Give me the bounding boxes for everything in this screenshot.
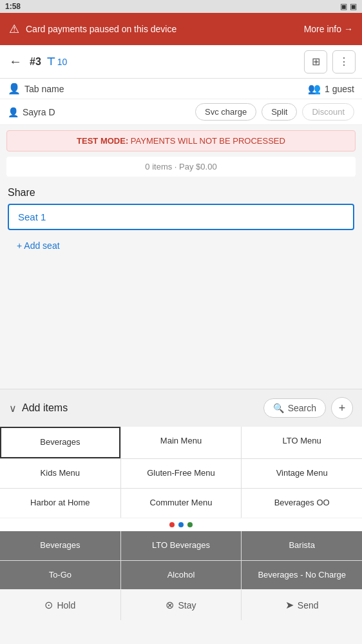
status-time: 1:58 [5, 2, 21, 11]
alert-text: Card payments paused on this device [26, 24, 298, 34]
menu-gluten-free[interactable]: Gluten-Free Menu [121, 459, 242, 488]
guest-row[interactable]: 👥 1 guest [308, 83, 354, 95]
page-dots [0, 518, 362, 531]
send-icon: ➤ [285, 599, 294, 611]
add-seat-label: + Add seat [17, 240, 60, 251]
test-mode-message: PAYMENTS WILL NOT BE PROCESSED [131, 136, 285, 146]
dark-menu-lto-beverages[interactable]: LTO Beverages [121, 531, 242, 560]
dot-1 [169, 522, 175, 527]
dark-menu-grid: Beverages LTO Beverages Barista To-Go Al… [0, 531, 362, 590]
test-mode-banner: TEST MODE: PAYMENTS WILL NOT BE PROCESSE… [6, 130, 356, 151]
share-section: Share Seat 1 + Add seat [0, 179, 362, 260]
status-icons: ▣ ▣ [340, 2, 357, 11]
dark-menu-no-charge[interactable]: Beverages - No Charge [242, 561, 362, 590]
more-button[interactable]: ⋮ [332, 50, 356, 73]
dark-menu-barista[interactable]: Barista [242, 531, 362, 560]
send-label: Send [298, 600, 319, 610]
hold-icon: ⊙ [44, 599, 53, 611]
menu-main-menu[interactable]: Main Menu [121, 427, 242, 458]
table-icon-group: ⊤ 10 [46, 55, 68, 68]
scan-button[interactable]: ⊞ [304, 50, 327, 73]
more-info-link[interactable]: More info → [304, 24, 353, 34]
staff-name-row: 👤 Sayra D [8, 107, 190, 117]
sub-header: 👤 Tab name 👥 1 guest [0, 79, 362, 99]
hold-label: Hold [57, 600, 75, 610]
add-items-header: ∨ Add items 🔍 Search + [0, 389, 362, 427]
dark-menu-beverages[interactable]: Beverages [0, 531, 120, 560]
dark-menu-togo[interactable]: To-Go [0, 561, 120, 590]
hold-button[interactable]: ⊙ Hold [0, 590, 120, 620]
add-seat-button[interactable]: + Add seat [8, 234, 354, 257]
add-button[interactable]: + [331, 397, 353, 419]
table-count: 10 [57, 57, 68, 67]
menu-lto-menu[interactable]: LTO Menu [242, 427, 362, 458]
search-button[interactable]: 🔍 Search [263, 398, 326, 418]
discount-label: Discount [312, 107, 345, 117]
header-actions: ⊞ ⋮ [304, 50, 356, 73]
alert-icon: ⚠ [9, 22, 19, 36]
menu-vintage[interactable]: Vintage Menu [242, 459, 362, 488]
back-button[interactable]: ← [6, 52, 24, 72]
menu-harbor-home[interactable]: Harbor at Home [0, 489, 120, 518]
menu-commuter[interactable]: Commuter Menu [121, 489, 242, 518]
discount-button[interactable]: Discount [302, 103, 354, 121]
menu-category-grid: Beverages Main Menu LTO Menu Kids Menu G… [0, 427, 362, 518]
svc-charge-button[interactable]: Svc charge [195, 103, 256, 121]
send-button[interactable]: ➤ Send [242, 590, 362, 620]
stay-label: Stay [178, 600, 196, 610]
svc-charge-label: Svc charge [205, 107, 247, 117]
menu-kids-menu[interactable]: Kids Menu [0, 459, 120, 488]
more-info-label: More info [304, 24, 341, 34]
seat-item-1[interactable]: Seat 1 [8, 204, 354, 230]
dot-2 [178, 522, 184, 527]
collapse-chevron[interactable]: ∨ [9, 402, 17, 415]
search-label: Search [288, 403, 316, 413]
plus-icon: + [339, 402, 346, 415]
pay-row: 0 items · Pay $0.00 [6, 157, 356, 177]
staff-icon: 👤 [8, 107, 19, 117]
tab-name-row[interactable]: 👤 Tab name [8, 83, 64, 95]
pay-text: 0 items · Pay $0.00 [145, 162, 216, 171]
dot-3 [187, 522, 193, 527]
arrow-icon: → [344, 24, 353, 34]
empty-space [0, 260, 362, 389]
share-label: Share [8, 187, 354, 199]
bottom-actions: ⊙ Hold ⊗ Stay ➤ Send [0, 590, 362, 620]
add-items-label: Add items [22, 402, 258, 414]
sim-icon: ▣ [340, 2, 347, 11]
table-number: #3 [30, 56, 41, 68]
test-mode-prefix: TEST MODE: [77, 136, 128, 146]
search-icon: 🔍 [273, 403, 284, 413]
scan-icon: ⊞ [312, 55, 320, 68]
bottom-panel: ∨ Add items 🔍 Search + Beverages Main Me… [0, 389, 362, 620]
stay-button[interactable]: ⊗ Stay [121, 590, 242, 620]
split-label: Split [271, 107, 287, 117]
seat-1-label: Seat 1 [18, 211, 46, 222]
guest-icon: 👥 [308, 83, 321, 95]
tab-name-label: Tab name [24, 84, 64, 94]
stay-icon: ⊗ [166, 599, 174, 611]
split-button[interactable]: Split [262, 103, 297, 121]
dark-menu-alcohol[interactable]: Alcohol [121, 561, 242, 590]
guest-count: 1 guest [325, 84, 354, 94]
more-icon: ⋮ [339, 55, 349, 68]
staff-name: Sayra D [23, 107, 55, 117]
alert-banner: ⚠ Card payments paused on this device Mo… [0, 13, 362, 45]
staff-row: 👤 Sayra D Svc charge Split Discount [0, 99, 362, 125]
menu-beverages-oo[interactable]: Beverages OO [242, 489, 362, 518]
table-sym: ⊤ [46, 55, 55, 68]
photo-icon: ▣ [350, 2, 357, 11]
menu-beverages[interactable]: Beverages [0, 427, 120, 458]
person-icon: 👤 [8, 83, 21, 95]
status-bar: 1:58 ▣ ▣ [0, 0, 362, 13]
header-row: ← #3 ⊤ 10 ⊞ ⋮ [0, 45, 362, 79]
